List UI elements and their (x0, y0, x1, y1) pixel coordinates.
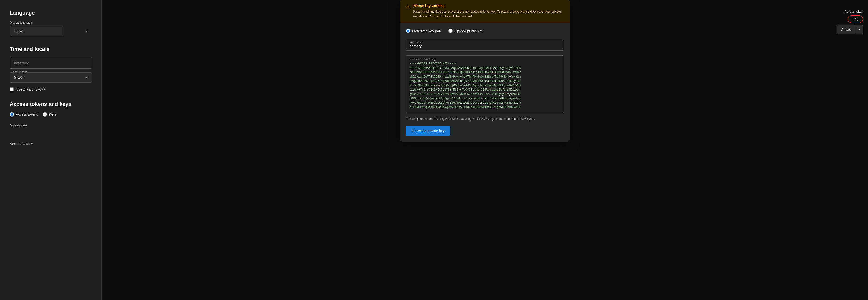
access-section: Access tokens and keys Access tokens Key… (10, 101, 92, 127)
clock-checkbox[interactable] (10, 88, 13, 91)
page-layout: Language Display language English ▼ Time… (0, 0, 868, 300)
key-name-field: Key name * (406, 39, 564, 51)
upload-public-key-radio[interactable] (448, 29, 453, 33)
timezone-input[interactable] (10, 57, 92, 68)
generate-key-pair-radio[interactable] (406, 29, 410, 33)
key-name-input[interactable] (409, 44, 560, 48)
language-select-wrapper: English ▼ (10, 26, 92, 36)
clock-label: Use 24-hour clock? (16, 88, 45, 91)
language-section: Language Display language English ▼ (10, 10, 92, 36)
upload-public-key-label: Upload public key (455, 29, 483, 33)
modal-overlay: ⚠ Private key warning Teradata will not … (102, 0, 868, 300)
create-dropdown-button[interactable]: ▼ (855, 25, 863, 34)
key-type-row: Generate key pair Upload public key (406, 29, 564, 33)
right-floating-panel: Access token Key Create ▼ (832, 0, 868, 44)
date-format-select[interactable]: 9/13/24 (10, 72, 92, 83)
private-key-wrapper: Generated private key (406, 56, 564, 113)
main-content: ⚠ Private key warning Teradata will not … (102, 0, 868, 300)
private-key-label: Generated private key (409, 58, 560, 61)
key-name-wrapper: Key name * (406, 39, 564, 51)
modal-body: Generate key pair Upload public key Key … (400, 23, 569, 142)
time-locale-title: Time and locale (10, 46, 92, 52)
language-title: Language (10, 10, 92, 16)
left-panel: Language Display language English ▼ Time… (0, 0, 102, 300)
timezone-field (10, 57, 92, 68)
modal-dialog: ⚠ Private key warning Teradata will not … (400, 0, 569, 142)
access-tokens-radio-label: Access tokens (16, 113, 38, 116)
clock-checkbox-row: Use 24-hour clock? (10, 88, 92, 91)
description-col-header: Description (10, 124, 92, 127)
access-token-label: Access token (844, 10, 863, 13)
private-key-textarea[interactable] (409, 62, 560, 110)
warning-content: Private key warning Teradata will not ke… (413, 4, 564, 19)
key-badge-wrapper: Key (848, 17, 863, 21)
warning-title: Private key warning (413, 4, 564, 8)
time-locale-section: Time and locale Date format 9/13/24 ▼ Us… (10, 46, 92, 91)
keys-radio[interactable] (42, 112, 47, 117)
warning-banner: ⚠ Private key warning Teradata will not … (400, 0, 569, 23)
access-tokens-bottom-label: Access tokens (10, 142, 92, 146)
create-btn-wrapper: Create ▼ (837, 25, 863, 34)
access-section-title: Access tokens and keys (10, 101, 92, 107)
access-radio-row: Access tokens Keys (10, 112, 92, 117)
warning-text: Teradata will not keep a record of the g… (413, 9, 564, 19)
language-select[interactable]: English (10, 26, 63, 36)
create-dropdown-arrow-icon: ▼ (858, 28, 861, 31)
access-tokens-option[interactable]: Access tokens (10, 112, 38, 117)
generate-key-pair-label: Generate key pair (412, 29, 441, 33)
generate-key-pair-option[interactable]: Generate key pair (406, 29, 441, 33)
date-select-wrapper: 9/13/24 ▼ (10, 72, 92, 83)
key-name-label: Key name * (409, 41, 423, 44)
key-badge: Key (848, 15, 863, 23)
upload-public-key-option[interactable]: Upload public key (448, 29, 483, 33)
language-select-arrow-icon: ▼ (86, 30, 88, 33)
generate-private-key-button[interactable]: Generate private key (406, 126, 451, 136)
keys-option[interactable]: Keys (42, 112, 56, 117)
keys-radio-label: Keys (49, 113, 56, 116)
access-tokens-radio[interactable] (10, 112, 14, 117)
date-format-field: Date format 9/13/24 ▼ (10, 72, 92, 83)
display-language-label: Display language (10, 21, 92, 24)
private-key-section: Generated private key (406, 56, 564, 113)
create-main-button[interactable]: Create (837, 25, 855, 34)
hint-text: This will generate an RSA key in PEM for… (406, 117, 564, 121)
warning-icon: ⚠ (406, 4, 410, 9)
